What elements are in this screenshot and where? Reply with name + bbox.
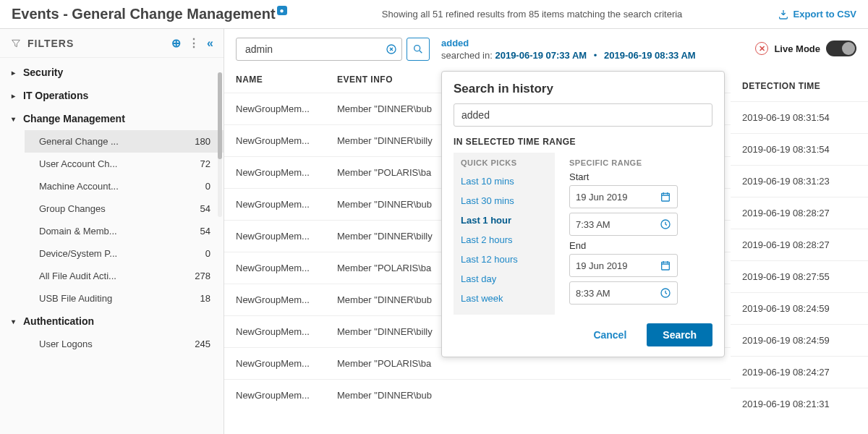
sidebar-item-user-logons[interactable]: User Logons245 [25,333,224,355]
search-input[interactable] [241,43,386,55]
search-meta: added searched in: 2019-06-19 07:33 AM •… [441,38,744,61]
sidebar-item-usb-audit[interactable]: USB File Auditing18 [25,287,224,310]
live-mode-off-icon: ✕ [755,42,768,55]
detection-time-column: DETECTION TIME 2019-06-19 08:31:54 2019-… [731,71,868,420]
pick-last-12-hours[interactable]: Last 12 hours [461,250,548,269]
filters-title: FILTERS [27,38,171,49]
filter-menu-button[interactable]: ⋮ [188,36,200,50]
detection-time-cell: 2019-06-19 08:27:55 [731,260,868,292]
clock-icon [660,218,671,230]
time-range-label: IN SELECTED TIME RANGE [454,137,712,147]
detection-time-cell: 2019-06-19 08:21:31 [731,388,868,420]
searched-from-date[interactable]: 2019-06-19 07:33 AM [495,50,587,61]
detection-time-cell: 2019-06-19 08:28:27 [731,197,868,229]
filters-header: FILTERS ⊕ ⋮ « [0,29,224,58]
tree-section-change-management[interactable]: ▾ Change Management [0,107,224,130]
tree-section-it-operations[interactable]: ▸ IT Operations [0,84,224,107]
pick-last-1-hour[interactable]: Last 1 hour [461,210,548,230]
svg-rect-2 [662,193,670,201]
results-summary: Showing all 51 refined results from 85 i… [287,9,778,20]
sidebar-item-device-system[interactable]: Device/System P...0 [25,242,224,265]
toolbar: added searched in: 2019-06-19 07:33 AM •… [224,29,868,67]
pick-last-30-mins[interactable]: Last 30 mins [461,191,548,210]
searched-term: added [441,38,744,48]
pick-last-10-mins[interactable]: Last 10 mins [461,171,548,191]
search-button[interactable] [407,38,430,61]
detection-time-cell: 2019-06-19 08:24:27 [731,356,868,388]
column-name[interactable]: NAME [236,75,337,85]
popover-actions: Cancel Search [454,323,712,346]
caret-right-icon: ▸ [12,92,19,100]
search-box [236,38,402,61]
main-layout: FILTERS ⊕ ⋮ « ▸ Security ▸ IT Operations… [0,29,868,434]
scrollbar-thumb[interactable] [218,72,222,159]
calendar-icon [660,191,671,203]
title-badge: ● [277,6,287,15]
change-management-items: General Change ...180 User Account Ch...… [0,130,224,310]
popover-title: Search in history [454,82,712,96]
live-mode-toggle[interactable] [826,41,856,56]
calendar-icon [660,260,671,271]
pick-last-2-hours[interactable]: Last 2 hours [461,230,548,250]
quick-picks-panel: QUICK PICKS Last 10 mins Last 30 mins La… [454,153,555,315]
page-title: Events - General Change Management● [12,6,287,22]
sidebar-item-group-changes[interactable]: Group Changes54 [25,197,224,220]
start-time-input[interactable]: 7:33 AM [569,213,678,236]
pick-last-week[interactable]: Last week [461,289,548,308]
live-mode-label: Live Mode [774,43,820,54]
sidebar-item-machine-account[interactable]: Machine Account...0 [25,175,224,197]
svg-point-1 [414,46,420,51]
search-icon [412,43,424,55]
tree-section-security[interactable]: ▸ Security [0,61,224,84]
export-csv-button[interactable]: Export to CSV [778,9,856,20]
svg-rect-4 [662,262,670,270]
sidebar-item-domain-memb[interactable]: Domain & Memb...54 [25,220,224,242]
export-icon [778,9,789,20]
detection-time-cell: 2019-06-19 08:24:59 [731,324,868,356]
filter-icon [10,38,22,49]
sidebar-item-file-audit[interactable]: All File Audit Acti...278 [25,265,224,287]
sidebar-item-user-account[interactable]: User Account Ch...72 [25,153,224,175]
pick-last-day[interactable]: Last day [461,269,548,289]
detection-time-cell: 2019-06-19 08:24:59 [731,292,868,324]
caret-down-icon: ▾ [12,115,19,123]
page-header: Events - General Change Management● Show… [0,0,868,29]
start-date-input[interactable]: 19 Jun 2019 [569,185,678,208]
clear-icon[interactable] [386,43,397,55]
start-label: Start [569,171,710,182]
filters-sidebar: FILTERS ⊕ ⋮ « ▸ Security ▸ IT Operations… [0,29,224,434]
search-button[interactable]: Search [647,323,712,346]
detection-time-cell: 2019-06-19 08:28:27 [731,229,868,260]
cancel-button[interactable]: Cancel [582,323,638,346]
end-date-input[interactable]: 19 Jun 2019 [569,254,678,277]
detection-time-cell: 2019-06-19 08:31:23 [731,165,868,197]
caret-right-icon: ▸ [12,69,19,77]
end-label: End [569,240,710,251]
clock-icon [660,287,671,299]
time-range-row: QUICK PICKS Last 10 mins Last 30 mins La… [454,153,712,315]
caret-down-icon: ▾ [12,318,19,326]
collapse-sidebar-button[interactable]: « [207,37,213,50]
content-area: added searched in: 2019-06-19 07:33 AM •… [224,29,868,434]
column-detection-time[interactable]: DETECTION TIME [731,71,868,101]
authentication-items: User Logons245 [0,333,224,355]
history-search-input[interactable] [454,103,712,127]
searched-to-date[interactable]: 2019-06-19 08:33 AM [604,50,696,61]
add-filter-button[interactable]: ⊕ [171,36,181,50]
sidebar-item-general-change[interactable]: General Change ...180 [25,130,224,153]
live-mode-control: ✕ Live Mode [755,41,856,56]
search-history-popover: Search in history IN SELECTED TIME RANGE… [441,71,725,357]
detection-time-cell: 2019-06-19 08:31:54 [731,133,868,165]
filter-tree: ▸ Security ▸ IT Operations ▾ Change Mana… [0,58,224,358]
tree-section-authentication[interactable]: ▾ Authentication [0,310,224,333]
end-time-input[interactable]: 8:33 AM [569,281,678,305]
specific-range-panel: SPECIFIC RANGE Start 19 Jun 2019 7:33 AM… [555,153,712,315]
detection-time-cell: 2019-06-19 08:31:54 [731,101,868,133]
